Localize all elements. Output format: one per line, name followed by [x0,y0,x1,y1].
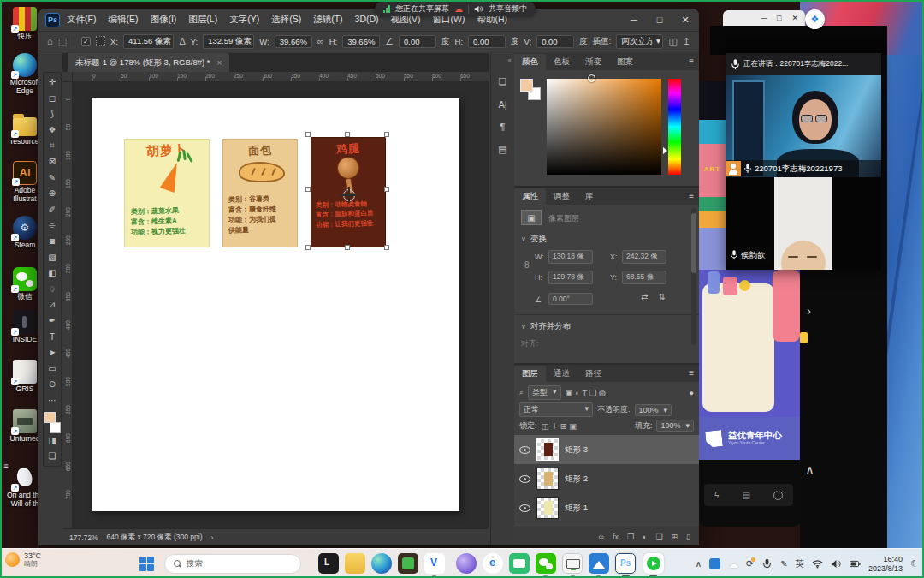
transform-preset-icon[interactable]: ⬚ [58,36,67,47]
tab-adjustments[interactable]: 调整 [546,188,578,205]
type-tool-icon[interactable]: T [44,330,61,346]
menu-layer[interactable]: 图层(L) [188,14,217,26]
battery-icon[interactable] [850,558,861,569]
zoom-tool-icon[interactable]: ⊙ [44,377,61,393]
delete-layer-icon[interactable]: ▯ [686,533,690,541]
fill-select[interactable]: 100%▾ [656,420,694,432]
transform-handle[interactable] [384,132,389,137]
mic-tray-icon[interactable] [761,558,773,569]
document-tab[interactable]: 未标题-1 @ 178% (矩形 3, RGB/8#) * × [68,53,229,72]
flip-horizontal-icon[interactable]: ⇄ [641,292,648,301]
prop-angle-field[interactable]: 0.00° [548,293,593,305]
status-chevron-icon[interactable]: › [211,533,214,542]
chevron-up-icon[interactable]: ∧ [805,462,814,478]
transform-handle[interactable] [305,187,311,192]
tab-swatches[interactable]: 色板 [546,54,578,70]
hue-slider[interactable] [668,79,681,175]
gradient-tool-icon[interactable]: ◧ [44,265,61,282]
canvas-viewport[interactable]: 胡萝卜 类别：蔬菜水果 富含：维生素A 功能：视力更强壮 面包 [73,82,489,528]
transform-handle[interactable] [345,245,350,250]
canvas[interactable]: 胡萝卜 类别：蔬菜水果 富含：维生素A 功能：视力更强壮 面包 [92,98,459,511]
transform-handle[interactable] [384,245,389,250]
tab-color[interactable]: 颜色 [514,54,546,70]
taskbar-photoshop[interactable] [615,553,636,574]
taskbar-photos-app[interactable] [589,553,609,574]
color-picker-cursor[interactable] [588,74,595,82]
foreground-color-swatch[interactable] [44,412,56,423]
prop-y-field[interactable]: 68.55 像 [622,271,666,284]
layer-filter-icons[interactable]: ▣ ◐ T ❑ ◍ [566,388,607,397]
history-panel-icon[interactable]: ❏ [494,76,512,87]
layer-style-icon[interactable]: fx [613,533,619,541]
tab-close-icon[interactable]: × [216,58,222,68]
layer-row-rect3[interactable]: 矩形 3 [514,435,699,464]
transform-handle[interactable] [345,132,350,137]
transform-section-header[interactable]: ∨变换 [521,234,547,245]
power-icon[interactable] [773,491,783,500]
close-icon[interactable]: ✕ [680,15,690,26]
tab-channels[interactable]: 通道 [546,366,578,382]
x-position-field[interactable]: 411.56 像素 [123,34,174,49]
adjustment-layer-icon[interactable]: ◐ [643,533,647,541]
dodge-tool-icon[interactable]: ⊿ [44,297,61,313]
history-brush-tool-icon[interactable]: ◙ [44,234,61,250]
menu-select[interactable]: 选择(S) [271,14,301,26]
lock-icons[interactable]: ◫ ✛ ⊞ ▣ [542,421,578,431]
transform-reference-point[interactable] [343,189,355,201]
path-selection-tool-icon[interactable]: ➤ [44,345,61,361]
taskbar-play-app[interactable] [643,553,664,574]
menu-edit[interactable]: 编辑(E) [108,14,138,26]
panel-menu-icon[interactable]: ≡ [689,191,694,200]
tab-paths[interactable]: 路径 [578,366,609,382]
transform-handle[interactable] [384,187,389,192]
taskbar-screen-cast[interactable] [562,553,583,574]
skew-h-field[interactable]: 0.00 [468,35,506,48]
chevron-right-icon[interactable]: › [807,303,811,318]
eyedropper-tool-icon[interactable]: ✎ [44,170,61,187]
quick-mask-icon[interactable]: ◨ [44,433,61,449]
taskbar-search[interactable]: 搜索 [164,554,301,574]
taskbar-app-browser[interactable] [483,553,503,574]
tab-properties[interactable]: 属性 [514,188,546,205]
y-position-field[interactable]: 132.59 像素 [203,34,254,49]
taskbar-app-purple[interactable] [456,553,477,574]
sync-icon[interactable]: ⟳ [746,558,754,569]
panel-scrollbar[interactable] [691,208,696,345]
taskbar-app-dark[interactable] [318,553,339,574]
hue-slider-marker[interactable] [663,147,667,154]
assistant-bubble-icon[interactable]: ❖ [805,9,825,29]
tab-patterns[interactable]: 图案 [609,54,641,70]
video-tile-1[interactable]: 220701李志梅20221973 [726,75,881,177]
visibility-eye-icon[interactable] [519,446,530,454]
menu-type[interactable]: 文字(Y) [229,14,259,26]
taskbar-app-green[interactable] [398,553,418,574]
panel-menu-icon[interactable]: ≡ [689,368,694,378]
interpolation-select[interactable]: 两次立方 ▾ [616,34,663,49]
wifi-icon[interactable] [812,558,823,569]
visibility-eye-icon[interactable] [519,475,530,483]
align-section-header[interactable]: ∨对齐并分布 [521,321,571,332]
brush-tool-icon[interactable]: ✐ [44,202,61,218]
rectangle-tool-icon[interactable]: ▭ [44,361,61,378]
focus-assist-moon-icon[interactable]: ☾ [910,558,919,569]
pen-icon[interactable]: ✎ [780,559,787,569]
switch-mode-icon[interactable]: ◫ [668,36,677,47]
zoom-level-field[interactable]: 177.72% [69,533,98,542]
layer-thumbnail[interactable] [536,438,559,461]
opacity-select[interactable]: 100%▾ [635,404,672,416]
share-export-icon[interactable]: ↥ [683,36,690,47]
layer-group-icon[interactable]: ❑ [655,533,662,541]
display-settings-icon[interactable]: ▤ [742,491,749,500]
maximize-icon[interactable]: □ [777,14,781,22]
taskbar-wechat[interactable] [536,553,556,574]
transform-handle[interactable] [305,245,311,250]
minimize-icon[interactable]: ─ [629,15,639,25]
crop-tool-icon[interactable]: ⌗ [44,138,61,154]
tab-layers[interactable]: 图层 [514,366,546,382]
weather-widget[interactable]: 33°C 晴朗 [5,551,41,569]
saturation-brightness-box[interactable] [547,79,661,175]
flip-vertical-icon[interactable]: ⇅ [658,292,665,301]
cloud-icon[interactable]: ☁ [728,558,738,570]
start-button[interactable] [139,557,154,571]
prop-x-field[interactable]: 242.32 像 [622,250,666,264]
